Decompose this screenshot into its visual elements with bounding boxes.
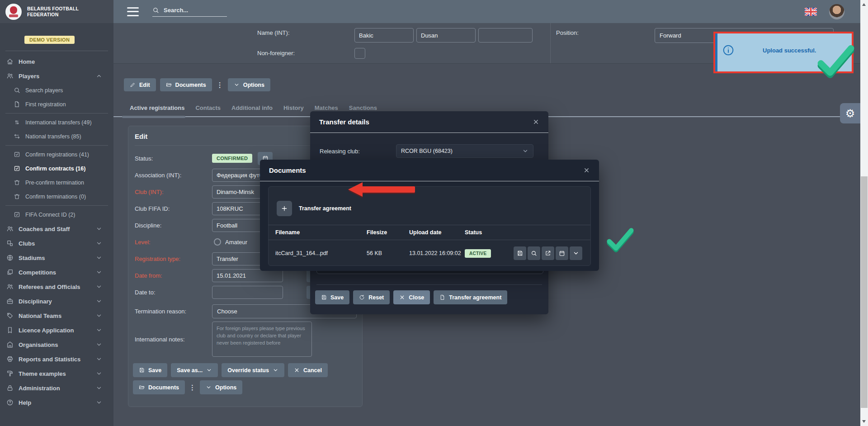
close-icon	[399, 294, 405, 300]
options-button[interactable]: Options	[228, 78, 270, 91]
scrollbar-thumb[interactable]	[861, 176, 868, 408]
sidebar-item-theme-examples[interactable]: Theme examples	[0, 366, 113, 381]
tab-sanctions[interactable]: Sanctions	[349, 104, 377, 111]
arrow-head	[348, 182, 363, 197]
edit-options-button[interactable]: Options	[200, 380, 242, 394]
demo-version-badge: DEMO VERSION	[24, 36, 75, 44]
language-flag-uk-icon[interactable]	[805, 8, 817, 16]
page-scrollbar[interactable]	[860, 0, 868, 426]
sidebar-item-referees-and-officials[interactable]: Referees and Officials	[0, 279, 113, 294]
sidebar-item-clubs[interactable]: Clubs	[0, 236, 113, 251]
sidebar-item-competitions[interactable]: Competitions	[0, 265, 113, 279]
sidebar-item-disciplinary[interactable]: Disciplinary	[0, 294, 113, 308]
sidebar-item-reports-and-statistics[interactable]: Reports and Statistics	[0, 352, 113, 366]
tab-active-registrations[interactable]: Active registrations	[130, 104, 184, 111]
sidebar-item-fifa-connect-id-2[interactable]: FIFA Connect ID (2)	[0, 208, 113, 222]
sidebar-item-search-players[interactable]: Search players	[0, 83, 113, 97]
scroll-down-arrow-icon[interactable]	[862, 420, 866, 423]
field-label: Registration type:	[135, 256, 212, 262]
edit-button[interactable]: Edit	[124, 78, 156, 91]
globe-icon	[6, 254, 14, 261]
search-icon	[152, 7, 159, 14]
column-header-status: Status	[465, 229, 514, 236]
sidebar: BELARUS FOOTBALL FEDERATION DEMO VERSION…	[0, 0, 113, 426]
edit-save-button[interactable]: Save	[133, 363, 167, 377]
tab-contacts[interactable]: Contacts	[195, 104, 221, 111]
sidebar-item-first-registration[interactable]: First registration	[0, 97, 113, 111]
document-calendar-button[interactable]	[556, 246, 568, 260]
tab-matches[interactable]: Matches	[315, 104, 338, 111]
tab-history[interactable]: History	[283, 104, 304, 111]
last-name-input[interactable]	[354, 28, 414, 43]
sidebar-item-national-teams[interactable]: National Teams	[0, 308, 113, 323]
close-icon[interactable]	[583, 167, 590, 174]
transfer-reset-button[interactable]: Reset	[353, 290, 390, 304]
green-checkmark-annotation	[607, 227, 634, 253]
document-chevron-down-button[interactable]	[570, 246, 582, 260]
sidebar-item-national-transfers-85[interactable]: National transfers (85)	[0, 129, 113, 143]
sidebar-item-licence-application[interactable]: Licence Application	[0, 323, 113, 337]
level-radio-1[interactable]	[214, 238, 221, 246]
edit-documents-button[interactable]: Documents	[133, 380, 185, 394]
chevron-down-icon	[96, 312, 102, 319]
transfer-close-button[interactable]: Close	[393, 290, 430, 304]
transfer-save-button[interactable]: Save	[315, 290, 349, 304]
releasing-club-select[interactable]: RCOR BGU (68423)	[396, 144, 533, 158]
form-row-international-notes: International notes:For foreign players …	[128, 322, 356, 357]
sidebar-item-stadiums[interactable]: Stadiums	[0, 251, 113, 265]
middle-name-input[interactable]	[478, 28, 533, 43]
sidebar-item-international-transfers-49[interactable]: International transfers (49)	[0, 115, 113, 129]
sidebar-item-label: Players	[19, 73, 39, 80]
player-tabs: Active registrationsContactsAdditional i…	[130, 104, 377, 111]
sidebar-nav: HomePlayersSearch playersFirst registrat…	[0, 54, 113, 410]
sidebar-item-coaches-and-staff[interactable]: Coaches and Staff	[0, 222, 113, 236]
sidebar-item-help[interactable]: Help	[0, 395, 113, 410]
sidebar-item-confirm-terminations-0[interactable]: Confirm terminations (0)	[0, 189, 113, 204]
sidebar-item-home[interactable]: Home	[0, 54, 113, 69]
chevron-up-icon	[96, 73, 102, 79]
document-search-button[interactable]	[528, 246, 540, 260]
notification-text: Upload successful.	[763, 47, 816, 54]
sidebar-item-organisations[interactable]: Organisations	[0, 337, 113, 352]
tab-additional-info[interactable]: Additional info	[231, 104, 273, 111]
more-options-icon[interactable]: ⋮	[216, 81, 224, 89]
chevron-down-icon	[573, 250, 579, 256]
tabs-scroll-indicator[interactable]	[122, 116, 185, 118]
document-external-link-button[interactable]	[542, 246, 554, 260]
hamburger-menu-icon[interactable]	[127, 7, 139, 16]
file-icon	[439, 294, 445, 300]
edit-override-status-button[interactable]: Override status	[222, 363, 284, 377]
field-label: Level:	[135, 239, 212, 246]
edit-primary-buttons: SaveSave as...Override statusCancel	[133, 363, 362, 377]
sidebar-item-label: Theme examples	[19, 370, 66, 377]
close-icon[interactable]	[533, 118, 539, 125]
search-input[interactable]	[163, 6, 219, 14]
upload-notification: Upload successful.	[713, 32, 854, 73]
position-label: Position:	[556, 29, 579, 36]
global-search[interactable]	[152, 6, 227, 17]
field-label: Club (INT):	[135, 189, 212, 195]
brand-title: BELARUS FOOTBALL FEDERATION	[27, 6, 108, 17]
settings-gear-button[interactable]: ⚙	[840, 103, 860, 123]
transfer-transfer-agreement-button[interactable]: Transfer agreement	[434, 290, 507, 304]
sidebar-item-confirm-contracts-16[interactable]: Confirm contracts (16)	[0, 161, 113, 175]
sidebar-item-pre-confirm-termination[interactable]: Pre-confirm termination	[0, 175, 113, 189]
international-notes-textarea[interactable]: For foreign players please type previous…	[212, 322, 312, 357]
edit-cancel-button[interactable]: Cancel	[288, 363, 328, 377]
scroll-up-arrow-icon[interactable]	[862, 3, 866, 6]
sidebar-item-confirm-registrations-41[interactable]: Confirm registrations (41)	[0, 147, 113, 161]
first-name-input[interactable]	[416, 28, 476, 43]
documents-button[interactable]: Documents	[160, 78, 212, 91]
column-header-upload-date: Upload date	[409, 229, 465, 236]
document-save-button[interactable]	[514, 246, 526, 260]
non-foreigner-checkbox[interactable]	[354, 48, 365, 59]
add-document-button[interactable]	[277, 201, 292, 216]
more-options-icon[interactable]: ⋮	[189, 383, 196, 392]
field-label: Status:	[135, 155, 212, 162]
chevron-down-icon	[96, 269, 102, 275]
date-to-input[interactable]	[212, 286, 283, 299]
edit-save-as-button[interactable]: Save as...	[171, 363, 218, 377]
user-avatar[interactable]	[829, 4, 844, 19]
sidebar-item-players[interactable]: Players	[0, 69, 113, 83]
sidebar-item-administration[interactable]: Administration	[0, 381, 113, 395]
